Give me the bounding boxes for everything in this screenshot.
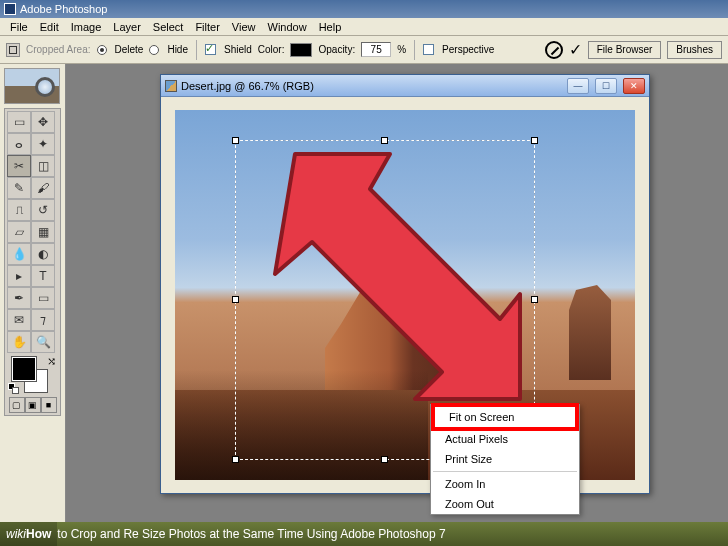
caption-banner: wikiHow to Crop and Re Size Photos at th… xyxy=(0,522,728,546)
separator xyxy=(196,40,197,60)
photoshop-icon xyxy=(4,3,16,15)
menu-filter[interactable]: Filter xyxy=(189,20,225,34)
crop-handle-t[interactable] xyxy=(381,137,388,144)
shape-tool[interactable]: ▭ xyxy=(31,287,55,309)
commit-crop-icon[interactable]: ✓ xyxy=(569,43,582,57)
screen-modes: ▢ ▣ ■ xyxy=(7,397,58,413)
crop-center-icon xyxy=(379,294,391,306)
menu-bar: File Edit Image Layer Select Filter View… xyxy=(0,18,728,36)
crop-handle-tl[interactable] xyxy=(232,137,239,144)
shield-color-swatch[interactable] xyxy=(290,43,312,57)
image-file-icon xyxy=(165,80,177,92)
shield-checkbox[interactable] xyxy=(205,44,216,55)
color-swatches[interactable]: ⤭ xyxy=(8,355,58,395)
fullscreen-mode-button[interactable]: ■ xyxy=(41,397,57,413)
menu-window[interactable]: Window xyxy=(262,20,313,34)
file-browser-tab[interactable]: File Browser xyxy=(588,41,662,59)
menu-edit[interactable]: Edit xyxy=(34,20,65,34)
crop-handle-l[interactable] xyxy=(232,296,239,303)
swap-colors-icon[interactable]: ⤭ xyxy=(47,355,56,368)
crop-handle-r[interactable] xyxy=(531,296,538,303)
options-bar: Cropped Area: Delete Hide Shield Color: … xyxy=(0,36,728,64)
crop-tool[interactable]: ✂ xyxy=(7,155,31,177)
blur-tool[interactable]: 💧 xyxy=(7,243,31,265)
workspace: ▭✥ ⴰ✦ ✂◫ ✎🖌 ⎍↺ ▱▦ 💧◐ ▸T ✒▭ ✉⁊ ✋🔍 ⤭ ▢ ▣ ■ xyxy=(0,64,728,546)
notes-tool[interactable]: ✉ xyxy=(7,309,31,331)
minimize-button[interactable]: — xyxy=(567,78,589,94)
document-title: Desert.jpg @ 66.7% (RGB) xyxy=(181,80,314,92)
eyedropper-tool[interactable]: ⁊ xyxy=(31,309,55,331)
cancel-crop-icon[interactable] xyxy=(545,41,563,59)
crop-tool-icon[interactable] xyxy=(6,43,20,57)
separator xyxy=(414,40,415,60)
perspective-checkbox[interactable] xyxy=(423,44,434,55)
tutorial-highlight: Fit on Screen xyxy=(431,403,579,431)
foreground-color-swatch[interactable] xyxy=(12,357,36,381)
path-select-tool[interactable]: ▸ xyxy=(7,265,31,287)
navigator-thumbnail[interactable] xyxy=(4,68,60,104)
eraser-tool[interactable]: ▱ xyxy=(7,221,31,243)
menu-separator xyxy=(433,471,577,472)
maximize-button[interactable]: ☐ xyxy=(595,78,617,94)
hand-tool[interactable]: ✋ xyxy=(7,331,31,353)
gradient-tool[interactable]: ▦ xyxy=(31,221,55,243)
lens-icon xyxy=(35,77,55,97)
caption-text: to Crop and Re Size Photos at the Same T… xyxy=(57,527,445,541)
healing-brush-tool[interactable]: ✎ xyxy=(7,177,31,199)
hide-label: Hide xyxy=(167,44,188,55)
context-menu: Fit on Screen Actual Pixels Print Size Z… xyxy=(430,404,580,515)
delete-radio[interactable] xyxy=(97,45,107,55)
default-colors-icon[interactable] xyxy=(8,383,20,395)
dodge-tool[interactable]: ◐ xyxy=(31,243,55,265)
menu-view[interactable]: View xyxy=(226,20,262,34)
menu-item-zoom-out[interactable]: Zoom Out xyxy=(431,494,579,514)
delete-label: Delete xyxy=(115,44,144,55)
opacity-label: Opacity: xyxy=(318,44,355,55)
menu-layer[interactable]: Layer xyxy=(107,20,147,34)
zoom-tool[interactable]: 🔍 xyxy=(31,331,55,353)
app-title: Adobe Photoshop xyxy=(20,3,107,15)
type-tool[interactable]: T xyxy=(31,265,55,287)
close-button[interactable]: ✕ xyxy=(623,78,645,94)
toolbox: ▭✥ ⴰ✦ ✂◫ ✎🖌 ⎍↺ ▱▦ 💧◐ ▸T ✒▭ ✉⁊ ✋🔍 ⤭ ▢ ▣ ■ xyxy=(4,108,61,416)
history-brush-tool[interactable]: ↺ xyxy=(31,199,55,221)
brush-tool[interactable]: 🖌 xyxy=(31,177,55,199)
crop-handle-bl[interactable] xyxy=(232,456,239,463)
left-panels: ▭✥ ⴰ✦ ✂◫ ✎🖌 ⎍↺ ▱▦ 💧◐ ▸T ✒▭ ✉⁊ ✋🔍 ⤭ ▢ ▣ ■ xyxy=(0,64,66,546)
lasso-tool[interactable]: ⴰ xyxy=(7,133,31,155)
menu-file[interactable]: File xyxy=(4,20,34,34)
brushes-tab[interactable]: Brushes xyxy=(667,41,722,59)
menu-item-actual-pixels[interactable]: Actual Pixels xyxy=(431,429,579,449)
crop-handle-b[interactable] xyxy=(381,456,388,463)
move-tool[interactable]: ✥ xyxy=(31,111,55,133)
cropped-area-label: Cropped Area: xyxy=(26,44,91,55)
hide-radio[interactable] xyxy=(149,45,159,55)
menu-image[interactable]: Image xyxy=(65,20,108,34)
clone-stamp-tool[interactable]: ⎍ xyxy=(7,199,31,221)
menu-item-fit-on-screen[interactable]: Fit on Screen xyxy=(435,407,575,427)
pen-tool[interactable]: ✒ xyxy=(7,287,31,309)
fullscreen-menu-mode-button[interactable]: ▣ xyxy=(25,397,41,413)
menu-item-zoom-in[interactable]: Zoom In xyxy=(431,474,579,494)
crop-handle-tr[interactable] xyxy=(531,137,538,144)
opacity-unit: % xyxy=(397,44,406,55)
menu-help[interactable]: Help xyxy=(313,20,348,34)
perspective-label: Perspective xyxy=(442,44,494,55)
marquee-tool[interactable]: ▭ xyxy=(7,111,31,133)
slice-tool[interactable]: ◫ xyxy=(31,155,55,177)
menu-item-print-size[interactable]: Print Size xyxy=(431,449,579,469)
standard-mode-button[interactable]: ▢ xyxy=(9,397,25,413)
document-titlebar[interactable]: Desert.jpg @ 66.7% (RGB) — ☐ ✕ xyxy=(161,75,649,97)
opacity-input[interactable]: 75 xyxy=(361,42,391,57)
app-titlebar: Adobe Photoshop xyxy=(0,0,728,18)
magic-wand-tool[interactable]: ✦ xyxy=(31,133,55,155)
wikihow-logo: wikiHow xyxy=(0,522,57,546)
menu-select[interactable]: Select xyxy=(147,20,190,34)
shield-label: Shield xyxy=(224,44,252,55)
color-label: Color: xyxy=(258,44,285,55)
